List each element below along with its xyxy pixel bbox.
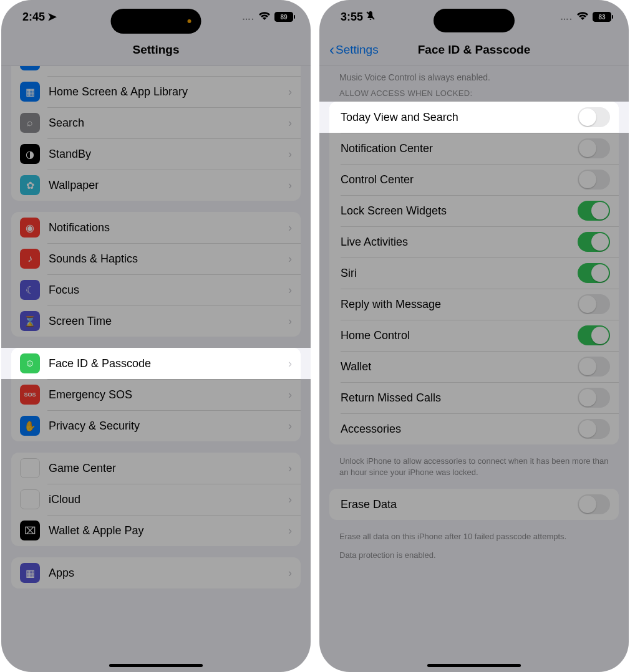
- settings-row-stub[interactable]: ›: [11, 66, 301, 76]
- settings-row-label: Focus: [49, 284, 279, 297]
- game-center-icon: ✦: [20, 458, 40, 478]
- chevron-right-icon: ›: [288, 493, 292, 506]
- settings-row-label: Face ID & Passcode: [49, 357, 279, 370]
- settings-row[interactable]: ◑StandBy›: [11, 138, 301, 170]
- wallpaper-icon: ✿: [20, 175, 40, 195]
- toggle-switch[interactable]: [578, 419, 610, 439]
- toggle-row: Today View and Search: [329, 102, 619, 133]
- settings-row[interactable]: ⌛Screen Time›: [11, 305, 301, 337]
- battery-icon: 89: [274, 12, 293, 22]
- section-header-allow-access: ALLOW ACCESS WHEN LOCKED:: [339, 89, 609, 98]
- settings-row-label: Wallpaper: [49, 179, 279, 192]
- toggle-switch[interactable]: [578, 170, 610, 190]
- data-protection-note: Data protection is enabled.: [339, 550, 609, 561]
- privacy-icon: ✋: [20, 416, 40, 436]
- home-indicator[interactable]: [427, 664, 521, 667]
- wifi-icon: [576, 11, 589, 24]
- settings-row-label: StandBy: [49, 148, 279, 161]
- apps-icon: ▦: [20, 563, 40, 583]
- chevron-right-icon: ›: [288, 252, 292, 266]
- settings-row[interactable]: ✋Privacy & Security›: [11, 410, 301, 441]
- toggle-switch[interactable]: [578, 263, 610, 283]
- chevron-right-icon: ›: [288, 117, 292, 130]
- battery-icon: 83: [593, 12, 611, 22]
- settings-row[interactable]: ☾Focus›: [11, 274, 301, 305]
- faceid-icon: ☺: [20, 353, 40, 373]
- toggle-label: Erase Data: [341, 498, 569, 511]
- chevron-right-icon: ›: [288, 462, 292, 475]
- toggle-label: Wallet: [341, 360, 569, 373]
- settings-row[interactable]: SOSEmergency SOS›: [11, 379, 301, 410]
- toggle-label: Lock Screen Widgets: [341, 204, 569, 218]
- settings-row[interactable]: ▦Home Screen & App Library›: [11, 76, 301, 107]
- chevron-right-icon: ›: [288, 420, 292, 433]
- chevron-right-icon: ›: [288, 567, 292, 580]
- phone-left-settings: 2:45 ➤ …. 89 Settings ›▦Home Screen & Ap…: [1, 0, 311, 672]
- faceid-list[interactable]: Music Voice Control is always enabled.AL…: [319, 66, 629, 672]
- silent-icon: [366, 11, 376, 24]
- settings-row[interactable]: ☺Face ID & Passcode›: [11, 348, 301, 379]
- sounds-icon: ♪: [20, 249, 40, 269]
- settings-row[interactable]: ⌕Search›: [11, 107, 301, 138]
- page-title: Face ID & Passcode: [418, 43, 531, 57]
- erase-data-row: Erase Data: [329, 489, 619, 520]
- toggle-switch[interactable]: [578, 107, 610, 127]
- chevron-right-icon: ›: [288, 357, 292, 370]
- toggle-switch[interactable]: [578, 201, 610, 221]
- chevron-right-icon: ›: [288, 221, 292, 234]
- wallet-icon: ⌧: [20, 521, 40, 540]
- erase-footer: Erase all data on this iPhone after 10 f…: [339, 531, 609, 542]
- screen-time-icon: ⌛: [20, 311, 40, 331]
- toggle-switch[interactable]: [578, 494, 610, 514]
- toggle-switch[interactable]: [578, 138, 610, 158]
- chevron-left-icon: ‹: [329, 42, 334, 57]
- settings-row-label: Game Center: [49, 462, 279, 475]
- settings-row[interactable]: ✿Wallpaper›: [11, 170, 301, 201]
- settings-row[interactable]: ☁iCloud›: [11, 484, 301, 515]
- sos-icon: SOS: [20, 385, 40, 405]
- settings-row[interactable]: ✦Game Center›: [11, 453, 301, 484]
- settings-row[interactable]: ◉Notifications›: [11, 212, 301, 243]
- general-icon: [20, 66, 40, 70]
- settings-list[interactable]: ›▦Home Screen & App Library›⌕Search›◑Sta…: [1, 66, 311, 672]
- settings-row-label: iCloud: [49, 493, 279, 506]
- icloud-icon: ☁: [20, 489, 40, 509]
- toggle-switch[interactable]: [578, 388, 610, 408]
- toggle-row: Accessories: [329, 413, 619, 444]
- toggle-row: Return Missed Calls: [329, 382, 619, 413]
- location-icon: ➤: [47, 10, 57, 24]
- toggle-label: Reply with Message: [341, 298, 569, 311]
- toggle-row: Wallet: [329, 351, 619, 382]
- back-button[interactable]: ‹ Settings: [329, 42, 379, 57]
- settings-row-label: Search: [49, 117, 279, 130]
- chevron-right-icon: ›: [288, 148, 292, 161]
- toggle-switch[interactable]: [578, 294, 610, 314]
- accessories-footer: Unlock iPhone to allow accessories to co…: [339, 456, 609, 478]
- dynamic-island: [111, 9, 201, 34]
- navbar: ‹ Settings Face ID & Passcode: [319, 34, 629, 66]
- toggle-row: Home Control: [329, 320, 619, 351]
- home-indicator[interactable]: [109, 664, 203, 667]
- toggle-label: Return Missed Calls: [341, 391, 569, 405]
- chevron-right-icon: ›: [288, 315, 292, 328]
- toggle-switch[interactable]: [578, 325, 610, 345]
- settings-row[interactable]: ♪Sounds & Haptics›: [11, 243, 301, 274]
- toggle-label: Siri: [341, 267, 569, 280]
- settings-row-label: Wallet & Apple Pay: [49, 524, 279, 537]
- settings-row-label: Home Screen & App Library: [49, 85, 279, 98]
- settings-row[interactable]: ⌧Wallet & Apple Pay›: [11, 515, 301, 546]
- toggle-switch[interactable]: [578, 232, 610, 252]
- cellular-icon: ….: [242, 12, 254, 22]
- settings-row-label: Emergency SOS: [49, 388, 279, 401]
- toggle-label: Today View and Search: [341, 111, 569, 124]
- toggle-label: Accessories: [341, 423, 569, 436]
- settings-row-label: Screen Time: [49, 315, 279, 328]
- notifications-icon: ◉: [20, 218, 40, 238]
- chevron-right-icon: ›: [288, 66, 292, 67]
- toggle-label: Notification Center: [341, 142, 569, 155]
- toggle-row: Notification Center: [329, 133, 619, 164]
- phone-right-faceid: 3:55 …. 83 ‹ Settings Face ID & Passcode…: [319, 0, 629, 672]
- chevron-right-icon: ›: [288, 388, 292, 401]
- toggle-switch[interactable]: [578, 357, 610, 377]
- settings-row[interactable]: ▦Apps›: [11, 557, 301, 588]
